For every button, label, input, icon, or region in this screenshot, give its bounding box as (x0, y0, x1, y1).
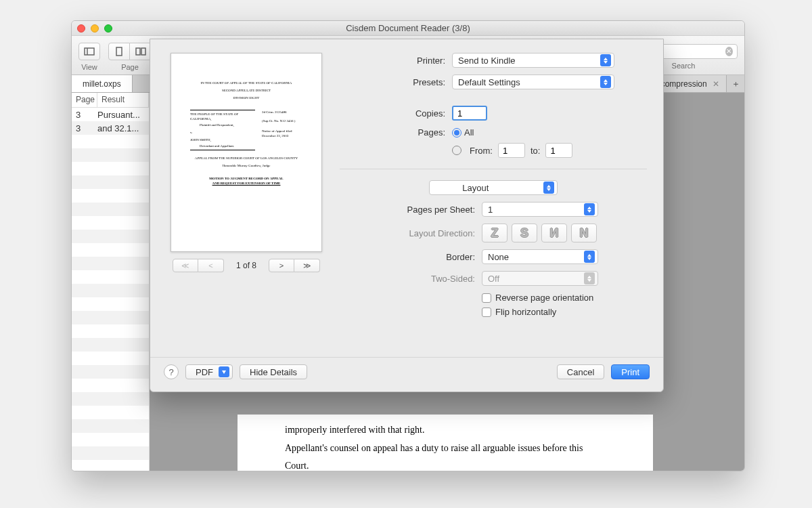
print-settings: Printer: Send to Kindle Presets: Default… (340, 53, 647, 350)
print-confirm-button[interactable]: Print (611, 364, 650, 379)
svg-rect-4 (141, 48, 145, 55)
direction-label: Layout Direction: (340, 228, 475, 238)
twosided-label: Two-Sided: (340, 274, 475, 284)
chevron-updown-icon (543, 182, 554, 194)
col-result: Result (97, 93, 149, 107)
preview-last-button[interactable]: ≫ (294, 259, 320, 272)
close-tab-icon[interactable]: ✕ (713, 79, 719, 89)
svg-rect-0 (85, 48, 94, 55)
dialog-footer: ? PDF Hide Details Cancel Print (150, 357, 663, 391)
window-title: Cisdem Document Reader (3/8) (346, 23, 470, 33)
chevron-updown-icon (584, 203, 595, 215)
view-label: View (81, 63, 97, 71)
from-label: From: (470, 146, 493, 156)
page-label: Page (121, 63, 139, 71)
chevron-updown-icon (584, 272, 595, 284)
copies-input[interactable] (452, 106, 487, 121)
add-tab-button[interactable]: ＋ (727, 75, 744, 92)
pdf-menu-button[interactable]: PDF (185, 364, 233, 379)
minimize-window-button[interactable] (91, 24, 99, 33)
flip-label: Flip horizontally (495, 307, 556, 317)
layout-direction-1[interactable]: Z (482, 224, 508, 242)
printer-select[interactable]: Send to Kindle (452, 53, 614, 68)
search-results-sidebar: Page Result 3Pursuant... 3and 32.1... (72, 93, 150, 471)
chevron-down-icon (219, 366, 229, 377)
hide-details-button[interactable]: Hide Details (240, 364, 307, 379)
layout-direction-3[interactable]: И (541, 224, 567, 242)
preview-first-button[interactable]: ≪ (173, 259, 198, 272)
preview-page: IN THE COURT OF APPEAL OF THE STATE OF C… (171, 53, 322, 252)
pps-label: Pages per Sheet: (340, 205, 475, 215)
layout-direction-2[interactable]: S (512, 224, 537, 242)
print-preview: IN THE COURT OF APPEAL OF THE STATE OF C… (166, 53, 326, 350)
reverse-checkbox[interactable] (482, 293, 491, 303)
result-row[interactable]: 3and 32.1... (72, 121, 149, 135)
printer-label: Printer: (340, 56, 445, 66)
layout-direction-4[interactable]: N (571, 224, 597, 242)
view-button[interactable] (78, 43, 100, 60)
document-page: improperly interfered with that right. A… (238, 415, 653, 471)
to-label: to: (531, 146, 540, 156)
titlebar: Cisdem Document Reader (3/8) (72, 21, 744, 36)
preview-next-button[interactable]: > (269, 259, 294, 272)
help-button[interactable]: ? (164, 364, 179, 379)
chevron-updown-icon (600, 76, 611, 88)
search-label: Search (672, 62, 696, 70)
print-dialog: IN THE COURT OF APPEAL OF THE STATE OF C… (150, 39, 664, 392)
copies-label: Copies: (340, 108, 445, 119)
clear-search-icon[interactable]: ✕ (725, 47, 733, 56)
zoom-window-button[interactable] (104, 24, 112, 33)
pages-label: Pages: (340, 127, 445, 137)
preview-nav: ≪ < 1 of 8 > ≫ (173, 259, 320, 272)
pages-from-radio[interactable] (452, 146, 461, 155)
close-window-button[interactable] (77, 24, 85, 33)
svg-rect-3 (136, 48, 140, 55)
result-row[interactable]: 3Pursuant... (72, 108, 149, 121)
from-input[interactable] (498, 143, 525, 158)
presets-label: Presets: (340, 77, 445, 87)
window-controls (77, 24, 112, 33)
pages-all-label: All (464, 127, 474, 137)
section-select[interactable]: Layout (429, 180, 558, 195)
single-page-button[interactable] (108, 43, 130, 60)
chevron-updown-icon (584, 251, 595, 263)
facing-page-button[interactable] (130, 43, 152, 60)
border-label: Border: (340, 252, 475, 262)
svg-rect-2 (116, 47, 122, 56)
preview-prev-button[interactable]: < (198, 259, 224, 272)
reverse-label: Reverse page orientation (495, 293, 593, 303)
flip-checkbox[interactable] (482, 308, 491, 317)
page-indicator: 1 of 8 (236, 261, 256, 270)
to-input[interactable] (545, 143, 572, 158)
chevron-updown-icon (600, 54, 611, 66)
border-select[interactable]: None (482, 249, 598, 264)
presets-select[interactable]: Default Settings (452, 75, 614, 89)
twosided-select: Off (482, 271, 598, 286)
pps-select[interactable]: 1 (482, 202, 598, 217)
tab-millet[interactable]: millet.oxps (72, 75, 133, 92)
cancel-button[interactable]: Cancel (557, 364, 604, 379)
col-page: Page (72, 93, 97, 107)
pages-all-radio[interactable] (452, 128, 461, 137)
